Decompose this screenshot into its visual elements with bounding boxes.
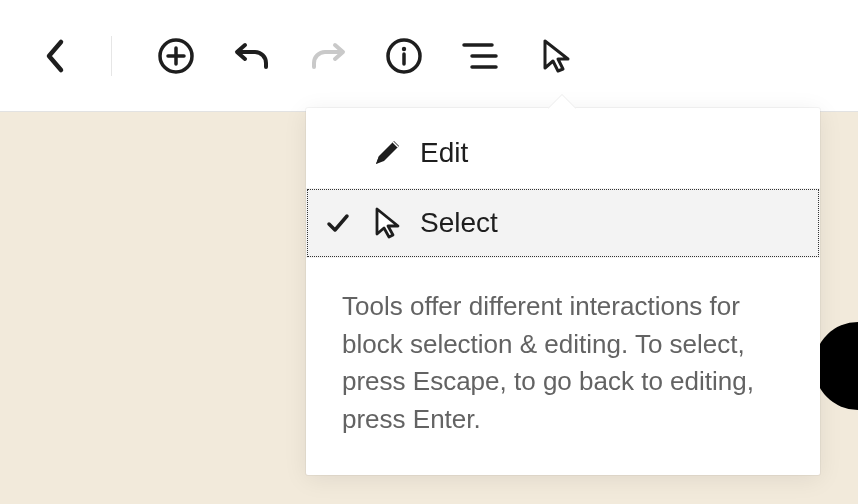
cursor-icon bbox=[362, 206, 412, 240]
undo-button[interactable] bbox=[222, 26, 282, 86]
outline-button[interactable] bbox=[450, 26, 510, 86]
tools-button[interactable] bbox=[526, 26, 586, 86]
editor-toolbar bbox=[0, 0, 858, 112]
menu-item-select[interactable]: Select bbox=[306, 188, 820, 258]
tools-dropdown: Edit Select Tools offer different intera… bbox=[306, 108, 820, 475]
pencil-icon bbox=[362, 137, 412, 169]
tools-menu: Edit Select bbox=[306, 108, 820, 258]
check-icon bbox=[314, 210, 362, 236]
redo-button bbox=[298, 26, 358, 86]
details-button[interactable] bbox=[374, 26, 434, 86]
plus-circle-icon bbox=[157, 37, 195, 75]
svg-point-2 bbox=[402, 46, 406, 50]
menu-item-label: Edit bbox=[412, 137, 468, 169]
tools-help-text: Tools offer different interactions for b… bbox=[306, 258, 820, 475]
menu-item-label: Select bbox=[412, 207, 498, 239]
redo-icon bbox=[308, 37, 348, 75]
back-button[interactable] bbox=[26, 26, 86, 86]
chevron-left-icon bbox=[44, 38, 68, 74]
undo-icon bbox=[232, 37, 272, 75]
add-block-button[interactable] bbox=[146, 26, 206, 86]
menu-item-edit[interactable]: Edit bbox=[306, 118, 820, 188]
info-circle-icon bbox=[385, 37, 423, 75]
cursor-icon bbox=[540, 38, 572, 74]
toolbar-divider bbox=[111, 36, 112, 76]
list-outline-icon bbox=[462, 41, 498, 71]
